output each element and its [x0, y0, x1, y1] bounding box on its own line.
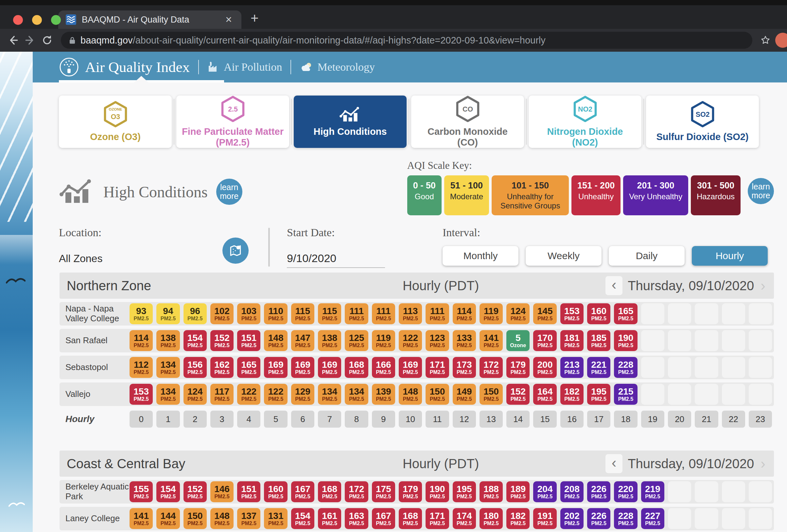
browser-tab[interactable]: BAAQMD - Air Quality Data ✕ — [58, 10, 241, 29]
aqi-cell[interactable]: 110PM2.5 — [264, 303, 287, 324]
aqi-cell[interactable]: 226PM2.5 — [587, 481, 610, 502]
aqi-cell[interactable]: 163PM2.5 — [345, 508, 368, 529]
aqi-cell[interactable]: 152PM2.5 — [506, 384, 530, 405]
aqi-cell[interactable]: 134PM2.5 — [345, 384, 368, 405]
tab-close-icon[interactable]: ✕ — [223, 15, 234, 25]
aqi-cell[interactable]: 102PM2.5 — [210, 303, 234, 324]
aqi-cell[interactable]: 153PM2.5 — [560, 303, 583, 324]
aqi-cell[interactable]: 94PM2.5 — [156, 303, 179, 324]
aqi-cell[interactable]: 167PM2.5 — [372, 508, 395, 529]
aqi-cell[interactable]: 155PM2.5 — [130, 481, 153, 502]
aqi-cell[interactable]: 169PM2.5 — [291, 357, 314, 378]
aqi-cell[interactable]: 112PM2.5 — [130, 357, 153, 378]
nav-meteorology[interactable]: Meteorology — [300, 61, 375, 73]
next-day-icon[interactable]: › — [759, 277, 767, 294]
start-date-input[interactable] — [287, 252, 385, 268]
reload-icon[interactable] — [40, 33, 54, 47]
address-bar[interactable]: baaqmd.gov/about-air-quality/current-air… — [61, 32, 752, 49]
aqi-cell[interactable]: 190PM2.5 — [426, 481, 449, 502]
aqi-cell[interactable]: 172PM2.5 — [345, 481, 368, 502]
aqi-cell[interactable]: 152PM2.5 — [184, 481, 207, 502]
aqi-cell[interactable]: 125PM2.5 — [345, 330, 368, 351]
aqi-cell[interactable]: 162PM2.5 — [210, 357, 234, 378]
aqi-cell[interactable]: 165PM2.5 — [237, 357, 260, 378]
aqi-cell[interactable]: 219PM2.5 — [641, 481, 664, 502]
aqi-cell[interactable]: 147PM2.5 — [291, 330, 314, 351]
aqi-cell[interactable]: 190PM2.5 — [614, 330, 637, 351]
aqi-cell[interactable]: 103PM2.5 — [237, 303, 260, 324]
aqi-cell[interactable]: 189PM2.5 — [506, 481, 530, 502]
aqi-cell[interactable]: 200PM2.5 — [533, 357, 556, 378]
aqi-cell[interactable]: 138PM2.5 — [156, 330, 179, 351]
aqi-cell[interactable]: 134PM2.5 — [318, 384, 341, 405]
aqi-cell[interactable]: 122PM2.5 — [237, 384, 260, 405]
aqi-cell[interactable]: 152PM2.5 — [210, 330, 234, 351]
aqi-cell[interactable]: 227PM2.5 — [641, 508, 664, 529]
aqi-cell[interactable]: 185PM2.5 — [587, 330, 610, 351]
aqi-cell[interactable]: 204PM2.5 — [533, 481, 556, 502]
forward-icon[interactable] — [23, 33, 37, 47]
brand[interactable]: Air Quality Index — [59, 57, 190, 77]
aqi-cell[interactable]: 114PM2.5 — [453, 303, 476, 324]
aqi-cell[interactable]: 174PM2.5 — [453, 508, 476, 529]
aqi-cell[interactable]: 170PM2.5 — [533, 330, 556, 351]
aqi-cell[interactable]: 164PM2.5 — [533, 384, 556, 405]
aqi-cell[interactable]: 182PM2.5 — [506, 508, 530, 529]
browser-profile-avatar[interactable] — [775, 33, 787, 48]
prev-day-button[interactable]: ‹ — [605, 454, 622, 473]
aqi-cell[interactable]: 168PM2.5 — [318, 481, 341, 502]
interval-button-hourly[interactable]: Hourly — [692, 246, 768, 266]
aqi-cell[interactable]: 111PM2.5 — [426, 303, 449, 324]
aqi-cell[interactable]: 195PM2.5 — [453, 481, 476, 502]
aqi-cell[interactable]: 93PM2.5 — [130, 303, 153, 324]
aqi-cell[interactable]: 148PM2.5 — [264, 330, 287, 351]
aqi-cell[interactable]: 154PM2.5 — [184, 330, 207, 351]
aqi-cell[interactable]: 115PM2.5 — [291, 303, 314, 324]
aqi-cell[interactable]: 154PM2.5 — [156, 481, 179, 502]
aqi-cell[interactable]: 167PM2.5 — [291, 481, 314, 502]
aqi-cell[interactable]: 146PM2.5 — [210, 481, 234, 502]
bookmark-star-icon[interactable] — [758, 33, 772, 47]
aqi-cell[interactable]: 149PM2.5 — [453, 384, 476, 405]
pollutant-tab-pm25[interactable]: 2.5Fine Particulate Matter (PM2.5) — [176, 95, 289, 148]
aqi-cell[interactable]: 124PM2.5 — [184, 384, 207, 405]
aqi-cell[interactable]: 96PM2.5 — [184, 303, 207, 324]
aqi-cell[interactable]: 111PM2.5 — [345, 303, 368, 324]
aqi-cell[interactable]: 182PM2.5 — [560, 384, 583, 405]
nav-air-pollution[interactable]: Air Pollution — [207, 61, 282, 73]
aqi-cell[interactable]: 195PM2.5 — [587, 384, 610, 405]
aqi-cell[interactable]: 122PM2.5 — [264, 384, 287, 405]
aqi-cell[interactable]: 134PM2.5 — [156, 384, 179, 405]
aqi-cell[interactable]: 151PM2.5 — [237, 330, 260, 351]
aqi-cell[interactable]: 133PM2.5 — [453, 330, 476, 351]
aqi-cell[interactable]: 134PM2.5 — [156, 357, 179, 378]
window-zoom-button[interactable] — [51, 15, 61, 25]
aqi-cell[interactable]: 119PM2.5 — [372, 330, 395, 351]
aqi-cell[interactable]: 215PM2.5 — [614, 384, 637, 405]
aqi-cell[interactable]: 160PM2.5 — [587, 303, 610, 324]
aqi-cell[interactable]: 138PM2.5 — [318, 330, 341, 351]
learn-more-button[interactable]: learn more — [216, 179, 242, 205]
pollutant-tab-high-conditions[interactable]: High Conditions — [294, 95, 407, 148]
aqi-cell[interactable]: 161PM2.5 — [318, 508, 341, 529]
aqi-cell[interactable]: 141PM2.5 — [130, 508, 153, 529]
aqi-cell[interactable]: 226PM2.5 — [587, 508, 610, 529]
aqi-cell[interactable]: 166PM2.5 — [372, 357, 395, 378]
pollutant-tab-so2[interactable]: SO2Sulfur Dioxide (SO2) — [646, 95, 759, 148]
aqi-cell[interactable]: 213PM2.5 — [560, 357, 583, 378]
aqi-cell[interactable]: 114PM2.5 — [130, 330, 153, 351]
aqi-cell[interactable]: 160PM2.5 — [264, 481, 287, 502]
interval-button-daily[interactable]: Daily — [609, 246, 685, 266]
aqi-cell[interactable]: 169PM2.5 — [264, 357, 287, 378]
aqi-cell[interactable]: 139PM2.5 — [372, 384, 395, 405]
pollutant-tab-co[interactable]: COCarbon Monoxide (CO) — [411, 95, 524, 148]
aqi-cell[interactable]: 124PM2.5 — [506, 303, 530, 324]
aqi-cell[interactable]: 150PM2.5 — [426, 384, 449, 405]
aqi-cell[interactable]: 168PM2.5 — [345, 357, 368, 378]
aqi-cell[interactable]: 171PM2.5 — [426, 357, 449, 378]
aqi-cell[interactable]: 191PM2.5 — [533, 508, 556, 529]
aqi-cell[interactable]: 221PM2.5 — [587, 357, 610, 378]
aqi-cell[interactable]: 144PM2.5 — [156, 508, 179, 529]
aqi-cell[interactable]: 171PM2.5 — [426, 508, 449, 529]
aqi-cell[interactable]: 180PM2.5 — [480, 508, 503, 529]
